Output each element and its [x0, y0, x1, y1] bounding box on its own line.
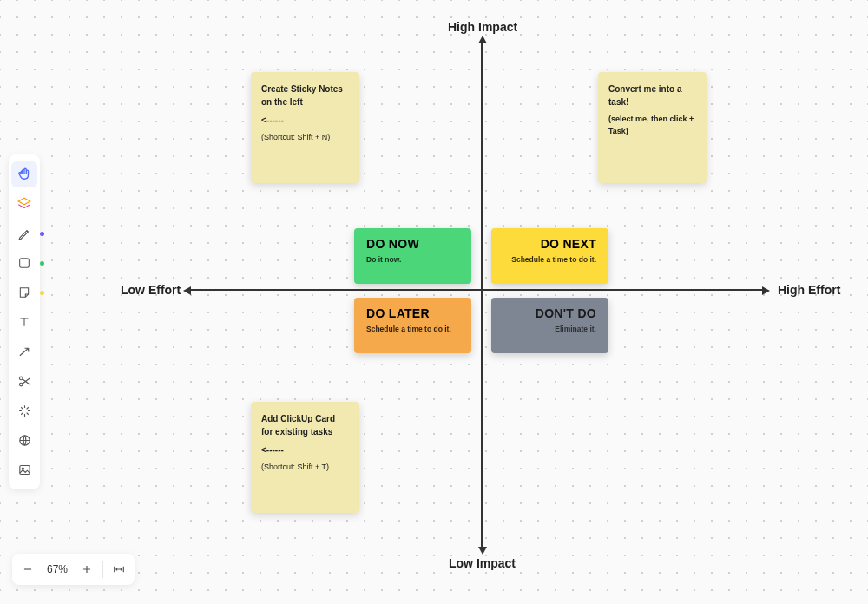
svg-point-2	[19, 383, 23, 386]
svg-rect-4	[19, 465, 29, 474]
color-indicator	[40, 291, 44, 295]
tool-scissors[interactable]	[11, 368, 37, 394]
svg-point-1	[19, 377, 23, 380]
tool-hand[interactable]	[11, 161, 37, 187]
left-toolbar	[9, 154, 40, 489]
tool-web[interactable]	[11, 427, 37, 453]
tool-connector[interactable]	[11, 338, 37, 364]
plus-icon	[81, 563, 93, 575]
image-icon	[17, 463, 32, 477]
zoom-out-button[interactable]	[16, 557, 40, 581]
quadrant-dont-do[interactable]: DON'T DO Eliminate it.	[491, 298, 608, 353]
arrow-up-icon	[478, 36, 487, 43]
layers-icon	[16, 196, 32, 212]
text-icon	[17, 315, 31, 329]
quadrant-title: DO NEXT	[503, 237, 596, 251]
square-icon	[17, 256, 31, 270]
quadrant-do-now[interactable]: DO NOW Do it now.	[354, 228, 471, 284]
color-indicator	[40, 232, 44, 236]
color-indicator	[40, 261, 44, 266]
sticky-note-icon	[17, 286, 31, 299]
sticky-note[interactable]: Create Sticky Notes on the left <------ …	[251, 72, 359, 183]
axis-vertical	[481, 43, 483, 547]
axis-label-bottom[interactable]: Low Impact	[449, 556, 516, 570]
quadrant-title: DO LATER	[366, 306, 459, 320]
zoom-level[interactable]: 67%	[42, 563, 73, 575]
pen-icon	[17, 226, 32, 241]
sticky-hint: (select me, then click + Task)	[608, 114, 696, 137]
quadrant-title: DON'T DO	[503, 306, 596, 320]
sticky-hint: (Shortcut: Shift + T)	[261, 462, 349, 474]
tool-ai-magic[interactable]	[11, 397, 37, 423]
sticky-note[interactable]: Add ClickUp Card for existing tasks <---…	[251, 402, 359, 513]
scissors-icon	[17, 374, 32, 389]
whiteboard-canvas[interactable]: High Impact Low Impact Low Effort High E…	[0, 0, 868, 604]
sparkle-icon	[17, 404, 32, 418]
quadrant-do-next[interactable]: DO NEXT Schedule a time to do it.	[491, 228, 608, 284]
quadrant-do-later[interactable]: DO LATER Schedule a time to do it.	[354, 298, 471, 353]
quadrant-subtitle: Schedule a time to do it.	[366, 325, 459, 333]
tool-layers[interactable]	[11, 191, 37, 217]
hand-icon	[16, 167, 32, 182]
sticky-title: Convert me into a task!	[608, 82, 696, 108]
sticky-title: Add ClickUp Card for existing tasks	[261, 412, 349, 438]
tool-sticky[interactable]	[11, 279, 37, 305]
fit-width-icon	[112, 562, 126, 576]
sticky-note[interactable]: Convert me into a task! (select me, then…	[598, 72, 707, 183]
fit-to-screen-button[interactable]	[107, 557, 131, 581]
quadrant-subtitle: Eliminate it.	[503, 325, 596, 333]
arrow-right-icon	[762, 286, 770, 295]
sticky-arrow: <------	[261, 443, 349, 456]
tool-text[interactable]	[11, 309, 37, 335]
quadrant-subtitle: Schedule a time to do it.	[503, 255, 596, 264]
connector-icon	[17, 345, 32, 359]
arrow-left-icon	[183, 286, 191, 295]
quadrant-subtitle: Do it now.	[366, 255, 459, 264]
sticky-arrow: <------	[261, 114, 349, 127]
quadrant-title: DO NOW	[366, 237, 459, 251]
sticky-title: Create Sticky Notes on the left	[261, 82, 349, 108]
svg-rect-0	[20, 259, 30, 268]
axis-label-right[interactable]: High Effort	[778, 283, 840, 297]
axis-label-left[interactable]: Low Effort	[121, 283, 181, 297]
tool-pen[interactable]	[11, 220, 37, 246]
tool-shape[interactable]	[11, 250, 37, 276]
arrow-down-icon	[478, 547, 487, 555]
minus-icon	[22, 563, 34, 575]
globe-icon	[17, 433, 32, 448]
zoom-in-button[interactable]	[75, 557, 99, 581]
sticky-hint: (Shortcut: Shift + N)	[261, 132, 349, 144]
divider	[102, 561, 103, 578]
axis-horizontal	[191, 289, 762, 291]
tool-image[interactable]	[11, 456, 37, 483]
axis-label-top[interactable]: High Impact	[448, 20, 517, 34]
zoom-controls: 67%	[12, 554, 135, 585]
